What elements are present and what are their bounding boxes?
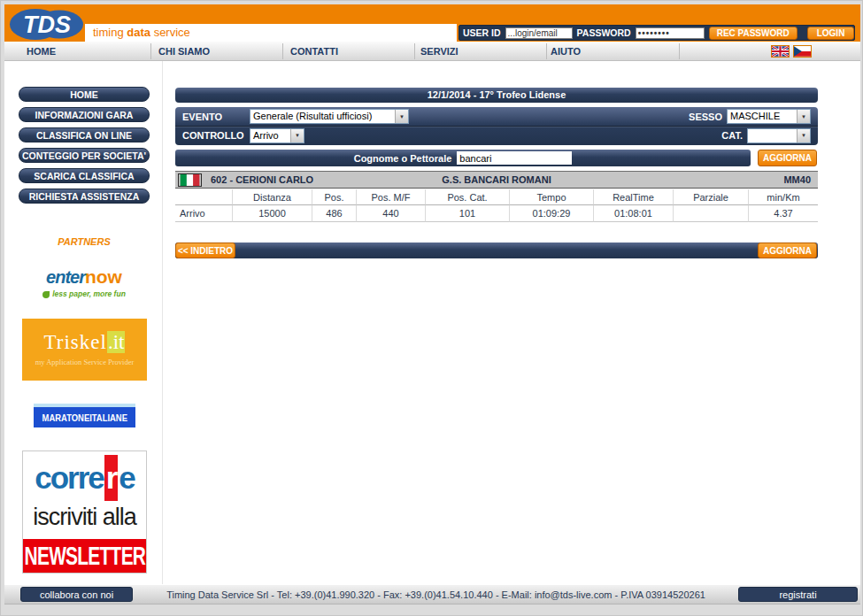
- table-header-pos-mf: Pos. M/F: [357, 189, 426, 205]
- athlete-team: G.S. BANCARI ROMANI: [175, 174, 818, 185]
- nav-item-home[interactable]: HOME: [27, 42, 56, 61]
- triskel-logo[interactable]: Triskel.it my Application Service Provid…: [22, 319, 147, 381]
- tagline-part3: service: [150, 26, 190, 39]
- main-nav: HOME CHI SIAMO CONTATTI SERVIZI AIUTO: [4, 42, 860, 61]
- sidebar-item-scarica-classifica[interactable]: SCARICA CLASSIFICA: [19, 168, 150, 183]
- search-bar: Cognome o Pettorale: [175, 150, 751, 166]
- enternow-tagline: less paper, more fun: [52, 289, 126, 298]
- table-cell-parziale: [674, 205, 749, 222]
- cat-selected-value: [748, 129, 797, 142]
- nav-separator: [546, 43, 547, 59]
- tds-page: TDS timing data service USER ID PASSWORD…: [0, 0, 863, 616]
- chevron-down-icon: ▼: [801, 133, 806, 138]
- password-label: PASSWORD: [577, 27, 631, 38]
- sesso-label: SESSO: [689, 112, 722, 122]
- chevron-down-icon: ▼: [399, 114, 405, 119]
- sidebar-divider: [162, 61, 163, 584]
- enternow-text-blue: enter: [46, 267, 85, 287]
- userid-input[interactable]: [505, 27, 573, 39]
- triskel-it: .it: [107, 331, 126, 353]
- indietro-button[interactable]: << INDIETRO: [175, 243, 235, 258]
- controllo-label: CONTROLLO: [182, 130, 250, 141]
- table-cell-pos-cat: 101: [426, 205, 510, 222]
- collabora-button[interactable]: collabora con noi: [20, 587, 133, 602]
- table-cell-pos: 486: [312, 205, 357, 222]
- uk-flag-icon[interactable]: [771, 45, 790, 58]
- cat-select[interactable]: ▼: [747, 128, 811, 143]
- results-table: Distanza Pos. Pos. M/F Pos. Cat. Tempo R…: [175, 189, 818, 222]
- leaf-icon: [42, 291, 50, 298]
- evento-select[interactable]: Generale (Risultati ufficiosi) ▼: [250, 109, 409, 124]
- nav-item-contatti[interactable]: CONTATTI: [290, 42, 338, 61]
- filters-row-2: CONTROLLO Arrivo ▼ CAT. ▼: [175, 126, 818, 144]
- sesso-select[interactable]: MASCHILE ▼: [727, 109, 811, 124]
- password-input[interactable]: [636, 27, 705, 39]
- correre-text-red: r: [104, 455, 119, 501]
- nav-separator: [282, 43, 283, 59]
- rec-password-button[interactable]: REC PASSWORD: [709, 27, 798, 40]
- sidebar-item-home[interactable]: HOME: [19, 87, 150, 102]
- login-bar: USER ID PASSWORD REC PASSWORD LOGIN: [458, 25, 855, 41]
- partners-heading: PARTNERS: [1, 236, 167, 247]
- newsletter-bar: NEWSLETTER: [23, 539, 146, 573]
- event-title-bar: 12/1/2014 - 17° Trofeo Lidense: [175, 88, 818, 103]
- enternow-text-orange: now: [85, 266, 122, 287]
- correre-text-1: corre: [35, 460, 104, 495]
- table-cell-pos-mf: 440: [357, 205, 426, 222]
- nav-separator: [150, 43, 151, 59]
- table-cell-minkm: 4.37: [749, 205, 818, 222]
- evento-selected-value: Generale (Risultati ufficiosi): [250, 110, 395, 123]
- filters-panel: EVENTO Generale (Risultati ufficiosi) ▼ …: [175, 107, 818, 145]
- tds-logo-icon: TDS: [9, 8, 85, 41]
- evento-label: EVENTO: [182, 112, 250, 122]
- bottom-action-bar: [175, 243, 818, 258]
- table-header-cell: [175, 189, 233, 205]
- chevron-down-icon: ▼: [801, 114, 806, 119]
- table-header-parziale: Parziale: [674, 189, 749, 205]
- table-cell-distanza: 15000: [233, 205, 312, 222]
- triskel-tagline: my Application Service Provider: [22, 358, 147, 366]
- nav-item-aiuto[interactable]: AIUTO: [551, 42, 581, 61]
- aggiorna-button-bottom[interactable]: AGGIORNA: [758, 243, 817, 258]
- tds-logo[interactable]: TDS: [9, 8, 85, 41]
- brand-tagline: timing data service: [85, 24, 457, 42]
- search-input[interactable]: [457, 151, 572, 165]
- iscriviti-text: iscriviti alla: [23, 501, 146, 536]
- athlete-category-badge: MM40: [783, 174, 811, 185]
- maratone-label: MARATONEITALIANE: [42, 412, 127, 423]
- correre-text-2: e: [119, 460, 134, 495]
- sidebar-item-classifica-on-line[interactable]: CLASSIFICA ON LINE: [19, 127, 150, 142]
- sesso-selected-value: MASCHILE: [728, 110, 797, 123]
- sidebar-item-conteggio-societa[interactable]: CONTEGGIO PER SOCIETA': [19, 148, 150, 163]
- table-header-realtime: RealTime: [594, 189, 674, 205]
- athlete-header-row: G.S. BANCARI ROMANI 602 - CERIONI CARLO …: [175, 171, 818, 189]
- newsletter-label: NEWSLETTER: [24, 542, 145, 571]
- table-header-tempo: Tempo: [510, 189, 594, 205]
- table-cell-tempo: 01:09:29: [510, 205, 594, 222]
- nav-item-servizi[interactable]: SERVIZI: [420, 42, 458, 61]
- triskel-name: Triskel: [44, 331, 107, 353]
- footer-company-info: Timing Data Service Srl - Tel: +39.(0)41…: [137, 585, 735, 605]
- filters-row-1: EVENTO Generale (Risultati ufficiosi) ▼ …: [175, 107, 818, 126]
- login-button[interactable]: LOGIN: [807, 27, 855, 40]
- controllo-select[interactable]: Arrivo ▼: [250, 128, 304, 143]
- sidebar-item-richiesta-assistenza[interactable]: RICHIESTA ASSISTENZA: [19, 189, 150, 204]
- correre-newsletter-banner[interactable]: correre iscriviti alla NEWSLETTER: [22, 450, 147, 574]
- cat-label: CAT.: [721, 130, 743, 141]
- nav-item-chi-siamo[interactable]: CHI SIAMO: [158, 42, 210, 61]
- enternow-logo[interactable]: enternow less paper, more fun: [1, 266, 167, 298]
- aggiorna-button-top[interactable]: AGGIORNA: [758, 150, 817, 166]
- tagline-part1: timing: [93, 26, 127, 39]
- nav-separator: [679, 43, 680, 59]
- registrati-button[interactable]: registrati: [738, 587, 858, 602]
- tds-logo-text: TDS: [23, 12, 71, 38]
- table-header-minkm: min/Km: [749, 189, 818, 205]
- table-header-distanza: Distanza: [233, 189, 312, 205]
- search-label: Cognome o Pettorale: [354, 153, 452, 164]
- chevron-down-icon: ▼: [295, 133, 300, 138]
- maratoneitaliane-logo[interactable]: MARATONEITALIANE: [34, 404, 135, 427]
- czech-flag-icon[interactable]: [793, 45, 812, 58]
- footer-bar: collabora con noi Timing Data Service Sr…: [4, 584, 860, 604]
- table-header-pos-cat: Pos. Cat.: [426, 189, 510, 205]
- sidebar-item-informazioni-gara[interactable]: INFORMAZIONI GARA: [19, 107, 150, 122]
